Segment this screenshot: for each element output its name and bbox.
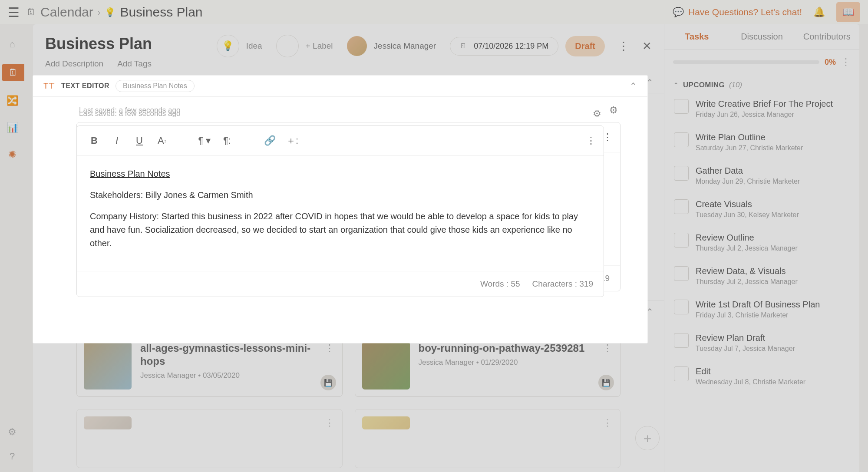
link-button[interactable]: 🔗: [260, 131, 279, 150]
file-more-icon[interactable]: ⋮: [603, 343, 612, 354]
task-meta: Wednesday Jul 8, Christie Marketer: [696, 378, 805, 386]
gear-icon[interactable]: ⚙: [5, 425, 19, 439]
task-meta: Friday Jun 26, Jessica Manager: [696, 111, 833, 119]
color-swatch[interactable]: [276, 35, 299, 57]
task-item[interactable]: Write 1st Draft Of Business Plan Friday …: [673, 293, 851, 326]
task-item[interactable]: Write Creative Brief For The Project Fri…: [673, 92, 851, 125]
idea-icon[interactable]: 💡: [217, 35, 239, 57]
editor-settings-icon[interactable]: ⚙: [593, 108, 601, 119]
task-item[interactable]: Create Visuals Tuesday Jun 30, Kelsey Ma…: [673, 192, 851, 226]
task-name: Write Plan Outline: [696, 132, 803, 142]
avatar[interactable]: [347, 36, 367, 56]
last-saved-label: Last saved: a few seconds ago: [79, 109, 180, 118]
add-tags-button[interactable]: Add Tags: [117, 59, 152, 69]
task-checkbox[interactable]: [674, 99, 689, 114]
task-name: Gather Data: [696, 166, 800, 176]
shuffle-icon[interactable]: 🔀: [5, 94, 19, 108]
editor-tab-chip[interactable]: Business Plan Notes: [116, 80, 195, 92]
home-icon[interactable]: ⌂: [5, 37, 19, 51]
status-badge[interactable]: Draft: [565, 36, 605, 56]
task-checkbox[interactable]: [674, 333, 689, 348]
calendar-icon: 🗓: [26, 7, 36, 18]
tab-contributors[interactable]: Contributors: [794, 24, 859, 49]
calendar-nav-icon[interactable]: 🗓: [2, 64, 24, 81]
task-item[interactable]: Review Plan Draft Tuesday Jul 7, Jessica…: [673, 326, 851, 360]
toolbar-more-icon[interactable]: ⋮: [586, 135, 596, 146]
progress-percent: 0%: [825, 58, 836, 67]
add-fab[interactable]: ＋: [635, 426, 660, 450]
underline-button[interactable]: U: [130, 131, 149, 150]
task-meta: Thursday Jul 2, Jessica Manager: [696, 244, 798, 252]
insert-button[interactable]: ＋:: [283, 131, 302, 150]
task-item[interactable]: Review Data, & Visuals Thursday Jul 2, J…: [673, 259, 851, 293]
breadcrumb: 🗓 Calendar › 💡 Business Plan: [26, 5, 203, 20]
char-count: Characters : 319: [532, 279, 593, 289]
add-description-button[interactable]: Add Description: [45, 59, 103, 69]
task-name: Write Creative Brief For The Project: [696, 99, 833, 109]
chevron-up-icon[interactable]: ⌃: [630, 81, 637, 91]
file-more-icon[interactable]: ⋮: [325, 417, 334, 429]
task-checkbox[interactable]: [674, 199, 689, 214]
task-checkbox[interactable]: [674, 366, 689, 381]
chat-link[interactable]: 💬Have Questions? Let's chat!: [673, 7, 802, 17]
chevron-down-icon[interactable]: ⌃: [673, 81, 679, 89]
task-name: Review Data, & Visuals: [696, 266, 798, 276]
file-thumbnail: [84, 342, 132, 389]
font-size-button[interactable]: A↕: [152, 131, 172, 150]
bold-button[interactable]: B: [85, 131, 104, 150]
menu-icon[interactable]: ☰: [8, 5, 20, 20]
italic-button[interactable]: I: [107, 131, 126, 150]
task-name: Edit: [696, 366, 805, 376]
paragraph-format-button[interactable]: ¶ ▾: [195, 131, 214, 150]
task-item[interactable]: Edit Wednesday Jul 8, Christie Marketer: [673, 360, 851, 393]
task-checkbox[interactable]: [674, 132, 689, 147]
owner-name: Jessica Manager: [374, 41, 436, 51]
task-checkbox[interactable]: [674, 266, 689, 281]
file-card[interactable]: ⋮: [76, 409, 343, 468]
task-checkbox[interactable]: [674, 166, 689, 181]
analytics-icon[interactable]: 📊: [5, 121, 19, 135]
task-meta: Tuesday Jul 7, Jessica Manager: [696, 345, 795, 353]
file-card[interactable]: ⋮: [355, 409, 621, 468]
file-download-icon[interactable]: 💾: [598, 375, 614, 390]
task-name: Review Plan Draft: [696, 333, 795, 343]
close-icon[interactable]: ✕: [642, 40, 652, 53]
add-label-button[interactable]: + Label: [306, 41, 333, 51]
more-icon[interactable]: ⋮: [618, 40, 629, 53]
task-checkbox[interactable]: [674, 233, 689, 248]
paragraph-style-button[interactable]: ¶:: [218, 131, 237, 150]
task-item[interactable]: Review Outline Thursday Jul 2, Jessica M…: [673, 226, 851, 259]
task-meta: Tuesday Jun 30, Kelsey Marketer: [696, 211, 799, 219]
word-count: Words : 55: [480, 279, 520, 289]
task-item[interactable]: Write Plan Outline Saturday Jun 27, Chri…: [673, 125, 851, 159]
file-name: all-ages-gymnastics-lessons-mini-hops: [140, 342, 335, 368]
file-more-icon[interactable]: ⋮: [603, 417, 612, 429]
date-picker[interactable]: 🗓 07/10/2026 12:19 PM: [450, 37, 558, 56]
progress-more-icon[interactable]: ⋮: [841, 56, 851, 68]
breadcrumb-parent[interactable]: Calendar: [40, 5, 93, 20]
task-item[interactable]: Gather Data Monday Jun 29, Christie Mark…: [673, 159, 851, 192]
task-name: Write 1st Draft Of Business Plan: [696, 300, 820, 310]
tab-tasks[interactable]: Tasks: [664, 24, 729, 49]
text-editor-label: TEXT EDITOR: [61, 82, 109, 90]
file-more-icon[interactable]: ⋮: [325, 343, 334, 354]
editor-content[interactable]: Business Plan Notes Stakeholders: Billy …: [77, 156, 604, 271]
file-name: boy-running-on-pathway-2539281: [419, 342, 585, 355]
bell-icon[interactable]: 🔔: [813, 7, 825, 18]
file-thumbnail: [84, 416, 132, 429]
text-editor: B I U A↕ ¶ ▾ ¶: 🔗 ＋: ⋮ Business Plan Not…: [76, 125, 604, 297]
file-meta: Jessica Manager • 03/05/2020: [140, 371, 335, 380]
calendar-sm-icon: 🗓: [460, 42, 467, 50]
file-card[interactable]: boy-running-on-pathway-2539281 Jessica M…: [355, 334, 621, 397]
task-checkbox[interactable]: [674, 300, 689, 314]
docs-button[interactable]: 📖: [836, 2, 860, 22]
file-card[interactable]: all-ages-gymnastics-lessons-mini-hops Je…: [76, 334, 343, 397]
task-meta: Thursday Jul 2, Jessica Manager: [696, 278, 798, 286]
tab-discussion[interactable]: Discussion: [729, 24, 795, 49]
star-icon[interactable]: ✺: [5, 148, 19, 162]
file-download-icon[interactable]: 💾: [320, 375, 336, 390]
idea-label: Idea: [246, 41, 262, 51]
help-icon[interactable]: ?: [5, 449, 19, 463]
task-name: Create Visuals: [696, 199, 799, 209]
file-thumbnail: [362, 342, 410, 389]
